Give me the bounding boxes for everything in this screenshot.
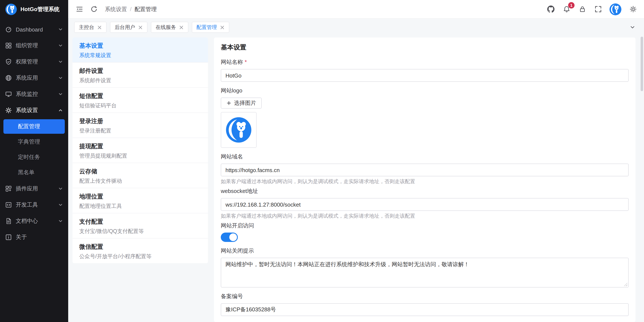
site-domain-input[interactable]: [221, 164, 629, 176]
close-tip-group: 网站关闭提示 网站维护中，暂时无法访问！本网站正在进行系统维护和技术升级，网站暂…: [221, 247, 629, 288]
settings-nav-subtitle: 短信验证码平台: [79, 102, 201, 109]
settings-nav-item-payment[interactable]: 支付配置 支付宝/微信/QQ支付配置等: [72, 213, 208, 239]
settings-nav-item-geo[interactable]: 地理位置 配置地理位置工具: [72, 188, 208, 213]
sidebar-item-system-monitor[interactable]: 系统监控: [0, 86, 68, 102]
tabbar-chevron-down-icon[interactable]: [627, 22, 638, 33]
sidebar-subitem-blacklist[interactable]: 黑名单: [0, 165, 68, 180]
tab-label: 配置管理: [196, 24, 217, 31]
sidebar-subitem-label: 配置管理: [18, 123, 40, 130]
user-avatar[interactable]: [610, 3, 622, 15]
sidebar-subitem-dictionary[interactable]: 字典管理: [0, 135, 68, 149]
scrollbar-thumb[interactable]: [640, 37, 643, 91]
settings-nav-item-sms[interactable]: 短信配置 短信验证码平台: [72, 88, 208, 113]
lock-icon[interactable]: [578, 5, 586, 13]
settings-nav-title: 短信配置: [79, 92, 201, 100]
settings-nav-title: 邮件设置: [79, 67, 201, 74]
settings-nav-item-login[interactable]: 登录注册 登录注册配置: [72, 113, 208, 138]
site-logo-label: 网站logo: [221, 87, 629, 95]
tabbar: 主控台 后台用户 在线服务 配置管理: [68, 19, 644, 36]
websocket-input[interactable]: [221, 198, 629, 211]
logo-thumbnail[interactable]: [221, 112, 256, 148]
settings-gear-icon[interactable]: [629, 5, 637, 13]
content-area: 基本设置 系统常规设置 邮件设置 系统邮件设置 短信配置 短信验证码平台 登录注…: [68, 36, 644, 322]
app-logo-row[interactable]: HotGo管理系统: [0, 0, 68, 19]
sidebar-item-system-settings[interactable]: 系统设置: [0, 102, 68, 118]
site-name-input[interactable]: [221, 69, 629, 82]
topbar-actions: 1: [546, 3, 637, 15]
chevron-down-icon: [58, 219, 63, 224]
tab-close-icon[interactable]: [97, 25, 102, 29]
document-icon: [5, 218, 12, 225]
choose-image-label: 选择图片: [234, 99, 256, 107]
tab-label: 主控台: [79, 24, 94, 31]
sidebar-item-organization[interactable]: 组织管理: [0, 37, 68, 54]
choose-image-button[interactable]: 选择图片: [221, 97, 262, 109]
breadcrumb: 系统设置 / 配置管理: [105, 5, 157, 13]
sidebar-subitem-label: 黑名单: [18, 169, 34, 176]
chevron-down-icon: [58, 186, 63, 191]
toggle-knob: [229, 233, 237, 241]
grid-icon: [5, 42, 12, 49]
github-icon[interactable]: [546, 5, 555, 13]
sidebar-subitem-config-management[interactable]: 配置管理: [4, 119, 65, 134]
notification-badge: 1: [568, 2, 574, 8]
settings-nav-title: 支付配置: [79, 218, 201, 225]
tab-config-management[interactable]: 配置管理: [192, 22, 229, 33]
sidebar-item-about[interactable]: 关于: [0, 229, 68, 245]
globe-icon: [5, 74, 12, 81]
site-name-group: 网站名称 *: [221, 58, 629, 82]
settings-nav-item-basic[interactable]: 基本设置 系统常规设置: [72, 37, 208, 63]
app-logo-icon: [5, 3, 17, 15]
settings-nav-subtitle: 配置地理位置工具: [79, 203, 201, 210]
settings-nav-title: 基本设置: [79, 42, 201, 49]
sidebar-item-system-apps[interactable]: 系统应用: [0, 70, 68, 86]
tab-online-service[interactable]: 在线服务: [151, 22, 188, 33]
settings-nav-item-cloud-storage[interactable]: 云存储 配置上传文件驱动: [72, 163, 208, 188]
breadcrumb-parent[interactable]: 系统设置: [105, 5, 127, 13]
app-title: HotGo管理系统: [20, 5, 60, 13]
tab-label: 后台用户: [115, 24, 135, 31]
fullscreen-icon[interactable]: [594, 5, 602, 13]
page-scrollbar: [640, 37, 643, 320]
chevron-down-icon: [58, 43, 63, 48]
field-label-text: 网站域名: [221, 153, 243, 161]
app-window: HotGo管理系统 Dashboard 组织管理 权限管理 系统应用: [0, 0, 644, 322]
chevron-down-icon: [58, 202, 63, 207]
settings-nav-item-mail[interactable]: 邮件设置 系统邮件设置: [72, 63, 208, 88]
tab-close-icon[interactable]: [220, 25, 224, 29]
settings-form-panel: 基本设置 网站名称 * 网站logo 选择图片: [214, 37, 636, 322]
sidebar-item-permissions[interactable]: 权限管理: [0, 54, 68, 70]
copyright-group: 版权所有: [221, 321, 629, 322]
tab-console[interactable]: 主控台: [74, 22, 106, 33]
site-domain-label: 网站域名: [221, 153, 629, 161]
field-label-text: websocket地址: [221, 187, 258, 195]
site-open-toggle[interactable]: [221, 233, 238, 242]
sidebar-item-docs-center[interactable]: 文档中心: [0, 213, 68, 229]
tab-admin-users[interactable]: 后台用户: [110, 22, 148, 33]
menu-collapse-icon[interactable]: [75, 5, 84, 13]
required-asterisk: *: [245, 58, 247, 66]
tab-close-icon[interactable]: [179, 25, 184, 29]
settings-nav-subtitle: 支付宝/微信/QQ支付配置等: [79, 228, 201, 235]
settings-nav-item-withdraw[interactable]: 提现配置 管理员提现规则配置: [72, 138, 208, 163]
sidebar-subitem-label: 定时任务: [18, 153, 40, 161]
plugin-grid-icon: [5, 185, 12, 192]
close-tip-textarea[interactable]: 网站维护中，暂时无法访问！本网站正在进行系统维护和技术升级，网站暂时无法访问，敬…: [221, 258, 629, 288]
dashboard-icon: [5, 26, 12, 33]
notification-bell-icon[interactable]: 1: [562, 5, 571, 13]
sidebar-subitem-cron-tasks[interactable]: 定时任务: [0, 150, 68, 164]
field-label-text: 网站logo: [221, 87, 242, 95]
sidebar-item-dashboard[interactable]: Dashboard: [0, 21, 68, 37]
settings-nav-item-wechat[interactable]: 微信配置 公众号/开放平台/小程序配置等: [72, 239, 208, 263]
sidebar-item-label: 系统监控: [16, 90, 54, 98]
breadcrumb-separator: /: [130, 6, 132, 12]
icp-input[interactable]: [221, 303, 629, 316]
breadcrumb-current[interactable]: 配置管理: [134, 5, 157, 13]
sidebar-item-plugins[interactable]: 插件应用: [0, 181, 68, 197]
refresh-icon[interactable]: [90, 5, 98, 13]
sidebar-item-dev-tools[interactable]: 开发工具: [0, 197, 68, 213]
chevron-down-icon: [58, 75, 63, 80]
settings-nav-subtitle: 系统常规设置: [79, 52, 201, 59]
tab-label: 在线服务: [156, 24, 176, 31]
tab-close-icon[interactable]: [138, 25, 143, 29]
